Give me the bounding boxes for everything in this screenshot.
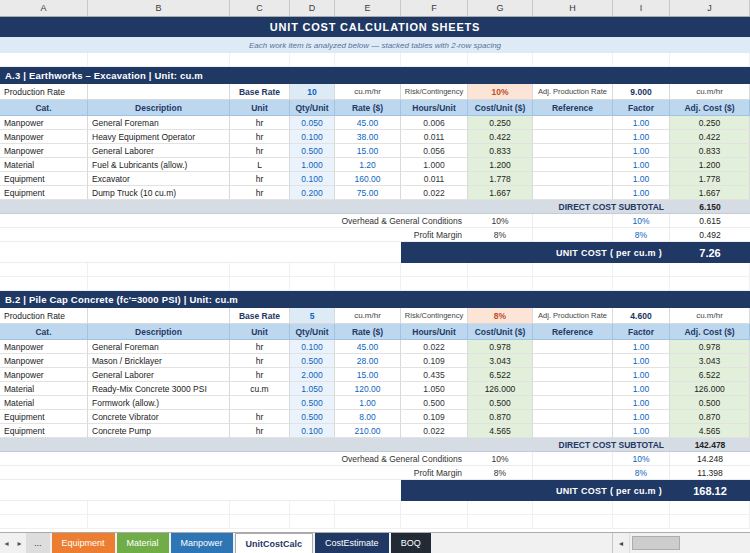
- cell-description[interactable]: Excavator: [88, 172, 230, 186]
- empty-cell[interactable]: [533, 501, 613, 515]
- cell-hours-unit[interactable]: 1.050: [401, 382, 468, 396]
- empty-cell[interactable]: [401, 277, 468, 291]
- scrollbar-track[interactable]: [629, 533, 750, 553]
- empty-cell[interactable]: [670, 53, 750, 67]
- empty-cell[interactable]: [401, 263, 468, 277]
- empty-cell[interactable]: [533, 515, 613, 529]
- cell-qty-unit[interactable]: 0.100: [290, 172, 335, 186]
- cell-adj-cost[interactable]: 4.565: [670, 424, 750, 438]
- cell-cat[interactable]: Equipment: [0, 172, 88, 186]
- empty-cell[interactable]: [230, 277, 290, 291]
- cell-factor[interactable]: 1.00: [613, 158, 670, 172]
- cell-hours-unit[interactable]: 0.109: [401, 354, 468, 368]
- empty-cell[interactable]: [0, 277, 88, 291]
- cell-factor[interactable]: 1.00: [613, 116, 670, 130]
- cell-description[interactable]: Fuel & Lubricants (allow.): [88, 158, 230, 172]
- empty-cell[interactable]: [670, 501, 750, 515]
- cell-reference[interactable]: [533, 382, 613, 396]
- cell-reference[interactable]: [533, 354, 613, 368]
- section-title[interactable]: B.2 | Pile Cap Concrete (fc'=3000 PSI) |…: [0, 291, 750, 308]
- cell-adj-cost[interactable]: 0.422: [670, 130, 750, 144]
- cell-hours-unit[interactable]: 0.500: [401, 396, 468, 410]
- empty-cell[interactable]: [670, 515, 750, 529]
- empty-cell[interactable]: [613, 515, 670, 529]
- empty-cell[interactable]: [335, 277, 401, 291]
- empty-cell[interactable]: [401, 501, 468, 515]
- cell-rate[interactable]: 15.00: [335, 368, 401, 382]
- profit-margin-label[interactable]: Profit Margin: [0, 466, 468, 480]
- empty-cell[interactable]: [88, 308, 230, 324]
- cell-unit[interactable]: hr: [230, 340, 290, 354]
- cell-cat[interactable]: Manpower: [0, 144, 88, 158]
- cell-unit[interactable]: hr: [230, 368, 290, 382]
- cell-cost-unit[interactable]: 0.500: [468, 396, 533, 410]
- empty-cell[interactable]: [533, 263, 613, 277]
- empty-cell[interactable]: [533, 214, 613, 228]
- cell-factor[interactable]: 1.00: [613, 382, 670, 396]
- empty-cell[interactable]: [468, 277, 533, 291]
- cell-rate[interactable]: 8.00: [335, 410, 401, 424]
- empty-cell[interactable]: [0, 480, 401, 501]
- risk-contingency-value[interactable]: 8%: [468, 308, 533, 324]
- column-header-cat[interactable]: Cat.: [0, 100, 88, 116]
- sheet-tab-unitcostcalc[interactable]: UnitCostCalc: [235, 533, 314, 553]
- column-header-description[interactable]: Description: [88, 100, 230, 116]
- sheet-subtitle[interactable]: Each work item is analyzed below — stack…: [0, 37, 750, 53]
- column-header-rate[interactable]: Rate ($): [335, 324, 401, 340]
- cell-rate[interactable]: 160.00: [335, 172, 401, 186]
- cell-cost-unit[interactable]: 4.565: [468, 424, 533, 438]
- empty-cell[interactable]: [290, 277, 335, 291]
- empty-cell[interactable]: [468, 501, 533, 515]
- cell-cost-unit[interactable]: 0.250: [468, 116, 533, 130]
- empty-cell[interactable]: [88, 84, 230, 100]
- cell-cost-unit[interactable]: 126.000: [468, 382, 533, 396]
- cell-cat[interactable]: Equipment: [0, 424, 88, 438]
- column-header-cost-unit[interactable]: Cost/Unit ($): [468, 100, 533, 116]
- empty-cell[interactable]: [670, 263, 750, 277]
- risk-contingency-value[interactable]: 10%: [468, 84, 533, 100]
- cell-description[interactable]: Ready-Mix Concrete 3000 PSI: [88, 382, 230, 396]
- section-title[interactable]: A.3 | Earthworks – Excavation | Unit: cu…: [0, 67, 750, 84]
- cell-rate[interactable]: 28.00: [335, 354, 401, 368]
- empty-cell[interactable]: [230, 501, 290, 515]
- cell-cost-unit[interactable]: 1.667: [468, 186, 533, 200]
- sheet-tab-costestimate[interactable]: CostEstimate: [315, 533, 389, 553]
- adj-production-rate-unit[interactable]: cu.m/hr: [670, 84, 750, 100]
- cell-rate[interactable]: 45.00: [335, 116, 401, 130]
- horizontal-scrollbar[interactable]: ◂: [612, 533, 750, 553]
- empty-cell[interactable]: [230, 263, 290, 277]
- column-header-unit[interactable]: Unit: [230, 324, 290, 340]
- cell-hours-unit[interactable]: 1.000: [401, 158, 468, 172]
- column-header-rate[interactable]: Rate ($): [335, 100, 401, 116]
- cell-rate[interactable]: 38.00: [335, 130, 401, 144]
- cell-description[interactable]: Formwork (allow.): [88, 396, 230, 410]
- cell-factor[interactable]: 1.00: [613, 368, 670, 382]
- empty-cell[interactable]: [670, 277, 750, 291]
- column-letter-g[interactable]: G: [468, 0, 533, 16]
- cell-rate[interactable]: 45.00: [335, 340, 401, 354]
- cell-adj-cost[interactable]: 3.043: [670, 354, 750, 368]
- column-header-reference[interactable]: Reference: [533, 324, 613, 340]
- cell-hours-unit[interactable]: 0.011: [401, 172, 468, 186]
- subtotal-value[interactable]: 6.150: [670, 200, 750, 214]
- subtotal-label[interactable]: DIRECT COST SUBTOTAL: [0, 200, 670, 214]
- adj-production-rate-label[interactable]: Adj. Production Rate: [533, 308, 613, 324]
- cell-unit[interactable]: hr: [230, 172, 290, 186]
- cell-adj-cost[interactable]: 6.522: [670, 368, 750, 382]
- cell-hours-unit[interactable]: 0.022: [401, 186, 468, 200]
- cell-description[interactable]: Dump Truck (10 cu.m): [88, 186, 230, 200]
- cell-qty-unit[interactable]: 0.100: [290, 424, 335, 438]
- cell-cat[interactable]: Material: [0, 158, 88, 172]
- cell-hours-unit[interactable]: 0.022: [401, 340, 468, 354]
- cell-adj-cost[interactable]: 0.500: [670, 396, 750, 410]
- empty-cell[interactable]: [335, 515, 401, 529]
- column-header-unit[interactable]: Unit: [230, 100, 290, 116]
- column-header-description[interactable]: Description: [88, 324, 230, 340]
- column-header-hours-unit[interactable]: Hours/Unit: [401, 324, 468, 340]
- profit-amount[interactable]: 0.492: [670, 228, 750, 242]
- cell-unit[interactable]: cu.m: [230, 382, 290, 396]
- cell-cat[interactable]: Material: [0, 382, 88, 396]
- empty-cell[interactable]: [533, 53, 613, 67]
- empty-cell[interactable]: [290, 53, 335, 67]
- cell-cost-unit[interactable]: 0.978: [468, 340, 533, 354]
